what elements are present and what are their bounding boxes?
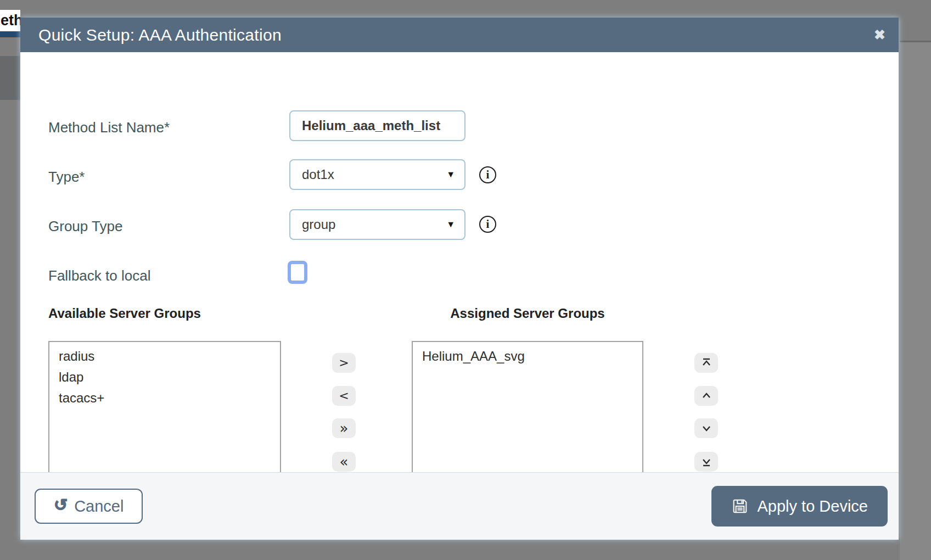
undo-icon: ↺ (54, 497, 68, 513)
save-icon (731, 497, 749, 515)
move-selected-left-button[interactable]: < (332, 386, 356, 406)
apply-button-label: Apply to Device (758, 497, 868, 516)
fallback-to-local-checkbox[interactable] (288, 261, 307, 284)
move-up-button[interactable] (694, 386, 718, 406)
chevron-down-icon: ▼ (446, 220, 455, 229)
method-list-name-input[interactable] (289, 110, 466, 141)
move-all-left-button[interactable]: « (332, 452, 356, 472)
dialog-header: Quick Setup: AAA Authentication ✖ (20, 18, 899, 52)
group-type-select-value: group (302, 217, 335, 232)
move-to-top-button[interactable] (694, 353, 718, 373)
method-list-name-label: Method List Name* (48, 119, 170, 136)
available-server-groups-listbox[interactable]: radiusldaptacacs+ (48, 341, 281, 474)
type-select-value: dot1x (302, 167, 334, 182)
list-item[interactable]: ldap (49, 367, 280, 388)
list-item[interactable]: Helium_AAA_svg (413, 346, 642, 367)
chevron-up-bar-icon (700, 356, 713, 369)
close-icon[interactable]: ✖ (874, 28, 885, 42)
move-down-button[interactable] (694, 418, 718, 438)
background-tab-fragment: ethod (0, 10, 20, 31)
dialog-footer: ↺ Cancel Apply to Device (20, 472, 899, 540)
chevron-down-icon (700, 422, 713, 435)
chevron-right-icon: > (339, 357, 349, 369)
background-table-header-fragment (0, 56, 20, 100)
chevron-down-icon: ▼ (446, 170, 455, 180)
apply-to-device-button[interactable]: Apply to Device (711, 486, 888, 527)
background-tab-text: ethod (1, 12, 20, 29)
cancel-button-label: Cancel (74, 497, 124, 516)
dialog-body: Method List Name* Type* dot1x ▼ i Group … (20, 52, 899, 472)
type-label: Type* (48, 169, 85, 186)
type-select[interactable]: dot1x ▼ (289, 159, 466, 190)
chevron-up-icon (700, 389, 713, 402)
screen: ethod Quick Setup: AAA Authentication ✖ … (0, 0, 931, 560)
available-server-groups-heading: Available Server Groups (48, 306, 201, 321)
quick-setup-aaa-dialog: Quick Setup: AAA Authentication ✖ Method… (20, 18, 899, 540)
assigned-server-groups-listbox[interactable]: Helium_AAA_svg (412, 341, 643, 474)
double-chevron-right-icon: » (340, 421, 349, 435)
fallback-to-local-label: Fallback to local (48, 267, 150, 284)
list-item[interactable]: tacacs+ (49, 388, 280, 408)
chevron-left-icon: < (339, 390, 349, 402)
group-type-label: Group Type (48, 218, 122, 235)
type-info-icon[interactable]: i (479, 166, 496, 183)
background-active-tab-underline (0, 31, 20, 37)
group-type-select[interactable]: group ▼ (289, 209, 466, 240)
double-chevron-left-icon: « (340, 455, 349, 469)
list-item[interactable]: radius (49, 346, 280, 367)
move-all-right-button[interactable]: » (332, 418, 356, 438)
dialog-title: Quick Setup: AAA Authentication (38, 26, 282, 44)
chevron-down-bar-icon (700, 455, 713, 468)
move-to-bottom-button[interactable] (694, 452, 718, 472)
group-type-info-icon[interactable]: i (479, 216, 496, 233)
cancel-button[interactable]: ↺ Cancel (35, 489, 143, 524)
background-right-band (900, 42, 931, 560)
move-selected-right-button[interactable]: > (332, 353, 356, 373)
assigned-server-groups-heading: Assigned Server Groups (412, 306, 643, 321)
